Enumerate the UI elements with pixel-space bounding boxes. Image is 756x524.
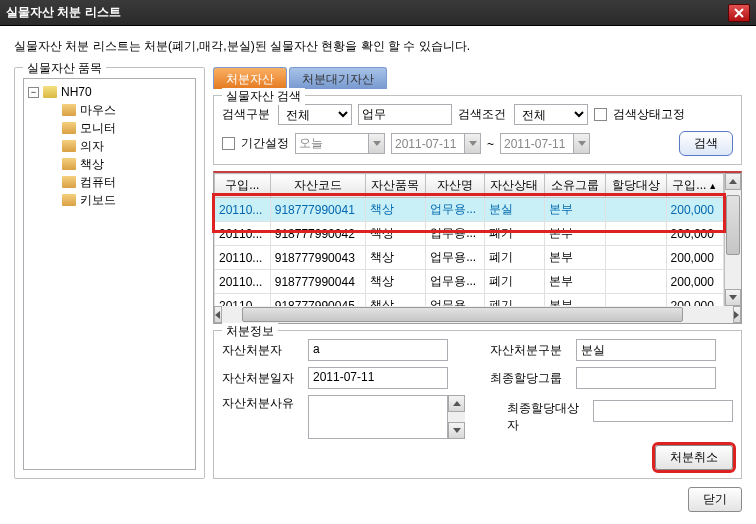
scroll-right-icon[interactable] [733,306,741,323]
vertical-scrollbar[interactable] [724,173,741,306]
date-to [500,133,574,154]
close-icon [734,8,744,18]
grid-header[interactable]: 할당대상 [605,174,666,198]
table-row[interactable]: 20110...918777990044책상업무용...폐기본부200,000 [215,270,724,294]
table-cell: 20110... [215,222,271,246]
table-row[interactable]: 20110...918777990042책상업무용...폐기본부200,000 [215,222,724,246]
tree-panel: 실물자산 품목 − NH70 마우스 모니터 의자 책상 컴퓨터 키보드 [14,67,205,479]
asset-tree[interactable]: − NH70 마우스 모니터 의자 책상 컴퓨터 키보드 [23,78,196,470]
tabs: 처분자산 처분대기자산 [213,67,742,89]
disposer-label: 자산처분자 [222,342,302,359]
table-row[interactable]: 20110...918777990045책상업무용...폐기본부200,000 [215,294,724,307]
grid-header[interactable]: 자산품목 [365,174,426,198]
tree-root[interactable]: − NH70 [26,83,193,101]
table-cell: 분실 [484,198,545,222]
reason-field [308,395,448,439]
search-cond-select[interactable]: 전체 [514,104,588,125]
footer: 닫기 [14,487,742,512]
table-cell: 918777990044 [270,270,365,294]
grid-header[interactable]: 자산명 [426,174,485,198]
search-div-select[interactable]: 전체 [278,104,352,125]
item-icon [62,158,76,170]
window-title: 실물자산 처분 리스트 [6,4,728,21]
item-icon [62,140,76,152]
table-cell: 책상 [365,270,426,294]
horizontal-scrollbar[interactable] [214,306,741,323]
disposal-type-label: 자산처분구분 [490,342,570,359]
search-label: 실물자산 검색 [222,88,305,105]
table-row[interactable]: 20110...918777990043책상업무용...폐기본부200,000 [215,246,724,270]
grid-header[interactable]: 구입...▲ [666,174,723,198]
info-label: 처분정보 [222,323,278,340]
table-cell: 책상 [365,222,426,246]
table-cell: 본부 [545,294,606,307]
item-icon [62,194,76,206]
table-cell: 업무용... [426,222,485,246]
lock-state-checkbox[interactable] [594,108,607,121]
table-cell: 업무용... [426,270,485,294]
period-checkbox[interactable] [222,137,235,150]
tab-disposed[interactable]: 처분자산 [213,67,287,89]
final-group-field [576,367,716,389]
folder-icon [43,86,57,98]
tree-item[interactable]: 마우스 [26,101,193,119]
tree-item[interactable]: 키보드 [26,191,193,209]
collapse-icon[interactable]: − [28,87,39,98]
tree-item[interactable]: 컴퓨터 [26,173,193,191]
tree-item[interactable]: 의자 [26,137,193,155]
search-fieldset: 실물자산 검색 검색구분 전체 검색조건 전체 검색상태고정 기간설정 ~ [213,95,742,165]
close-button[interactable]: 닫기 [688,487,742,512]
search-button[interactable]: 검색 [679,131,733,156]
item-icon [62,176,76,188]
lock-state-label: 검색상태고정 [613,106,685,123]
content: 실물자산 처분 리스트는 처분(폐기,매각,분실)된 실물자산 현황을 확인 할… [0,26,756,524]
chevron-down-icon [369,133,385,154]
table-cell: 200,000 [666,198,723,222]
scroll-thumb[interactable] [726,195,740,255]
table-cell: 폐기 [484,294,545,307]
disposal-info-fieldset: 처분정보 자산처분자a 자산처분구분분실 자산처분일자2011-07-11 최종… [213,330,742,479]
table-cell [605,294,666,307]
grid-header[interactable]: 구입... [215,174,271,198]
table-cell: 200,000 [666,270,723,294]
scroll-up-icon[interactable] [725,173,741,190]
table-cell: 본부 [545,222,606,246]
period-preset [295,133,369,154]
final-group-label: 최종할당그룹 [490,370,570,387]
table-cell: 폐기 [484,246,545,270]
grid-header[interactable]: 소유그룹 [545,174,606,198]
disposal-type-field: 분실 [576,339,716,361]
table-cell: 업무용... [426,294,485,307]
tree-item[interactable]: 책상 [26,155,193,173]
scroll-down-icon[interactable] [725,289,741,306]
scroll-down-icon[interactable] [448,422,465,439]
date-tilde: ~ [487,137,494,151]
tree-item-label: 책상 [80,156,104,173]
table-cell: 918777990042 [270,222,365,246]
grid-header[interactable]: 자산코드 [270,174,365,198]
table-cell: 업무용... [426,198,485,222]
table-cell: 200,000 [666,246,723,270]
scroll-up-icon[interactable] [448,395,465,412]
table-row[interactable]: 20110...918777990041책상업무용...분실본부200,000 [215,198,724,222]
description-text: 실물자산 처분 리스트는 처분(폐기,매각,분실)된 실물자산 현황을 확인 할… [14,38,742,55]
grid-header[interactable]: 자산상태 [484,174,545,198]
scroll-thumb[interactable] [242,307,683,322]
item-icon [62,104,76,116]
chevron-down-icon [574,133,590,154]
asset-grid: 구입... 자산코드 자산품목 자산명 자산상태 소유그룹 할당대상 구입...… [213,171,742,324]
table-cell: 폐기 [484,270,545,294]
search-keyword-input[interactable] [358,104,452,125]
cancel-disposal-button[interactable]: 처분취소 [655,445,733,470]
table-cell: 폐기 [484,222,545,246]
table-cell [605,222,666,246]
table-cell: 200,000 [666,222,723,246]
tree-item-label: 모니터 [80,120,116,137]
tab-pending[interactable]: 처분대기자산 [289,67,387,89]
close-window-button[interactable] [728,4,750,22]
scroll-left-icon[interactable] [214,306,222,323]
reason-label: 자산처분사유 [222,395,302,412]
tree-item[interactable]: 모니터 [26,119,193,137]
disposal-date-field: 2011-07-11 [308,367,448,389]
table-cell [605,246,666,270]
